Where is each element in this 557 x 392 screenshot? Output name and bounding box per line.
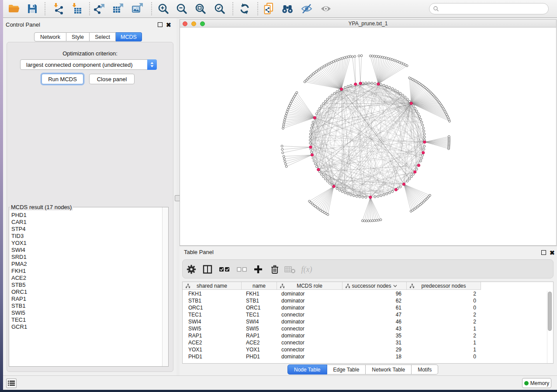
cell-successor-nodes[interactable]: 47 <box>343 311 401 318</box>
cell-name[interactable]: SWI4 <box>246 318 259 325</box>
tab-edge-table[interactable]: Edge Table <box>327 364 366 375</box>
table-row[interactable]: RAP1RAP1dominator352 <box>183 332 553 339</box>
delete-column-icon[interactable] <box>268 263 282 276</box>
panel-splitter[interactable] <box>176 18 180 375</box>
show-column-icon[interactable] <box>201 263 214 276</box>
cell-name[interactable]: STB1 <box>246 297 259 304</box>
delete-table-icon[interactable] <box>283 263 297 276</box>
cell-successor-nodes[interactable]: 29 <box>343 346 401 353</box>
mcds-list-scrollbar[interactable] <box>162 207 168 366</box>
cell-predecessor-nodes[interactable]: 1 <box>407 325 476 332</box>
save-icon[interactable] <box>24 1 40 16</box>
cell-MCDS-role[interactable]: connector <box>281 311 304 318</box>
optimization-dropdown[interactable]: largest connected component (undirected) <box>20 59 157 70</box>
column-header-predecessor-nodes[interactable]: predecessor nodes <box>407 282 481 290</box>
table-row[interactable]: YOX1YOX1connector291 <box>183 346 553 353</box>
cell-name[interactable]: ORC1 <box>246 304 260 311</box>
cell-MCDS-role[interactable]: connector <box>281 325 304 332</box>
mcds-result-item[interactable]: CAR1 <box>10 219 162 226</box>
cell-MCDS-role[interactable]: dominator <box>281 318 304 325</box>
cell-predecessor-nodes[interactable]: 2 <box>407 311 476 318</box>
mcds-result-item[interactable]: TEC1 <box>10 316 162 323</box>
mcds-result-item[interactable]: ORC1 <box>10 289 162 296</box>
export-table-icon[interactable] <box>111 1 126 16</box>
cell-name[interactable]: YOX1 <box>246 346 260 353</box>
cell-name[interactable]: SWI5 <box>246 325 259 332</box>
close-panel-button[interactable]: Close panel <box>89 74 135 84</box>
tab-network-table[interactable]: Network Table <box>366 364 412 375</box>
cell-predecessor-nodes[interactable]: 0 <box>407 353 476 360</box>
column-header-successor-nodes[interactable]: successor nodes <box>343 282 407 290</box>
table-scrollbar[interactable] <box>547 291 552 363</box>
search-network-icon[interactable] <box>280 1 295 16</box>
cell-successor-nodes[interactable]: 43 <box>343 325 401 332</box>
cell-shared-name[interactable]: TEC1 <box>188 311 202 318</box>
cell-predecessor-nodes[interactable]: 1 <box>407 339 476 346</box>
column-header-shared-name[interactable]: shared name <box>183 282 242 290</box>
cell-MCDS-role[interactable]: connector <box>281 339 304 346</box>
mcds-result-item[interactable]: FKH1 <box>10 268 162 275</box>
run-mcds-button[interactable]: Run MCDS <box>42 74 83 84</box>
cell-name[interactable]: TEC1 <box>246 311 259 318</box>
import-network-icon[interactable] <box>51 1 66 16</box>
cell-MCDS-role[interactable]: dominator <box>281 353 304 360</box>
cell-shared-name[interactable]: FKH1 <box>188 290 202 297</box>
column-header-MCDS-role[interactable]: MCDS role <box>277 282 343 290</box>
tab-node-table[interactable]: Node Table <box>287 364 327 375</box>
zoom-selected-icon[interactable] <box>212 1 228 16</box>
cell-name[interactable]: PHD1 <box>246 353 260 360</box>
column-header-name[interactable]: name <box>242 282 277 290</box>
table-row[interactable]: SWI4SWI4dominator462 <box>183 318 553 325</box>
cell-successor-nodes[interactable]: 61 <box>343 304 401 311</box>
table-scrollbar-thumb[interactable] <box>548 292 552 331</box>
tab-mcds[interactable]: MCDS <box>116 32 142 41</box>
zoom-out-icon[interactable] <box>174 1 190 16</box>
cell-successor-nodes[interactable]: 46 <box>343 318 401 325</box>
mcds-result-item[interactable]: RAP1 <box>10 296 162 303</box>
cell-name[interactable]: FKH1 <box>246 290 259 297</box>
mcds-result-item[interactable]: ACE2 <box>10 275 162 282</box>
cell-MCDS-role[interactable]: dominator <box>281 332 304 339</box>
cell-shared-name[interactable]: ACE2 <box>188 339 202 346</box>
mcds-result-item[interactable]: YOX1 <box>10 240 162 247</box>
cell-MCDS-role[interactable]: dominator <box>281 304 304 311</box>
refresh-icon[interactable] <box>237 1 253 16</box>
add-column-icon[interactable] <box>251 263 265 276</box>
mcds-result-item[interactable]: STB5 <box>10 282 162 289</box>
cell-predecessor-nodes[interactable]: 2 <box>407 318 476 325</box>
cell-name[interactable]: RAP1 <box>246 332 259 339</box>
cell-shared-name[interactable]: RAP1 <box>188 332 202 339</box>
show-details-icon[interactable] <box>318 1 334 16</box>
cell-MCDS-role[interactable]: dominator <box>281 290 304 297</box>
cell-name[interactable]: ACE2 <box>246 339 259 346</box>
cell-shared-name[interactable]: YOX1 <box>188 346 202 353</box>
cell-predecessor-nodes[interactable]: 1 <box>407 346 476 353</box>
memory-button[interactable]: Memory <box>522 378 551 388</box>
task-history-button[interactable] <box>6 378 17 388</box>
control-panel-float-icon[interactable] <box>158 22 163 27</box>
import-table-icon[interactable] <box>69 1 85 16</box>
table-panel-float-icon[interactable] <box>541 250 546 255</box>
search-field[interactable] <box>429 3 549 14</box>
mcds-result-item[interactable]: STP4 <box>10 226 162 233</box>
cell-successor-nodes[interactable]: 62 <box>343 297 401 304</box>
zoom-in-icon[interactable] <box>156 1 171 16</box>
table-settings-icon[interactable] <box>184 263 198 276</box>
network-view-titlebar[interactable]: YPA_prune.txt_1 <box>180 20 556 28</box>
table-row[interactable]: TEC1TEC1connector472 <box>183 311 553 318</box>
mcds-result-item[interactable]: PMA2 <box>10 261 162 268</box>
table-row[interactable]: PHD1PHD1dominator180 <box>183 353 553 360</box>
mcds-result-item[interactable]: PHD1 <box>10 212 162 219</box>
tab-select[interactable]: Select <box>90 32 116 41</box>
tab-style[interactable]: Style <box>66 32 90 41</box>
table-row[interactable]: STB1STB1dominator620 <box>183 297 553 304</box>
mcds-result-item[interactable]: TID3 <box>10 233 162 240</box>
cell-shared-name[interactable]: ORC1 <box>188 304 203 311</box>
cell-shared-name[interactable]: SWI5 <box>188 325 201 332</box>
cell-predecessor-nodes[interactable]: 2 <box>407 332 476 339</box>
cell-successor-nodes[interactable]: 96 <box>343 290 401 297</box>
table-row[interactable]: FKH1FKH1dominator962 <box>183 290 553 297</box>
cell-successor-nodes[interactable]: 35 <box>343 332 401 339</box>
cell-predecessor-nodes[interactable]: 0 <box>407 297 476 304</box>
cell-shared-name[interactable]: SWI4 <box>188 318 201 325</box>
